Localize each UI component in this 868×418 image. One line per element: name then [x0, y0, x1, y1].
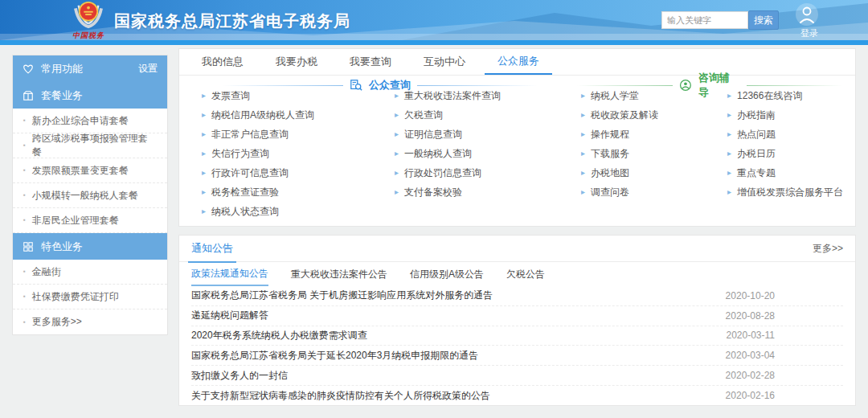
notice-tab-policy[interactable]: 政策法规通知公告 — [191, 262, 268, 286]
arrow-right-icon: ▸ — [581, 150, 585, 158]
consult-link[interactable]: ▸下载服务 — [581, 144, 719, 163]
public-query-link[interactable]: ▸支付备案校验 — [395, 182, 571, 202]
public-query-link[interactable]: ▸税务检查证查验 — [202, 182, 385, 202]
notice-row: 致扣缴义务人的一封信2020-02-28 — [191, 366, 843, 386]
sidebar-header-common[interactable]: 常用功能 设置 — [13, 55, 167, 82]
public-query-link[interactable]: ▸一般纳税人查询 — [395, 144, 571, 163]
tab-public-service[interactable]: 公众服务 — [485, 49, 552, 75]
notice-row: 国家税务总局江苏省税务局 关于机房搬迁影响应用系统对外服务的通告2020-10-… — [191, 286, 843, 306]
arrow-right-icon: ▸ — [581, 188, 585, 196]
notice-item-title[interactable]: 2020年税务系统纳税人办税缴费需求调查 — [191, 329, 719, 342]
link-label: 12366在线咨询 — [737, 89, 802, 103]
consult-link[interactable]: ▸税收政策及解读 — [581, 105, 719, 125]
consult-link[interactable]: ▸纳税人学堂 — [581, 86, 719, 105]
site-title: 国家税务总局江苏省电子税务局 — [114, 10, 350, 32]
public-query-link[interactable]: ▸纳税人状态查询 — [202, 202, 385, 221]
consult-link[interactable]: ▸操作规程 — [581, 125, 719, 144]
sidebar-header-label: 常用功能 — [41, 62, 83, 76]
tab-interaction-center[interactable]: 互动中心 — [411, 49, 478, 75]
consult-link[interactable]: ▸12366在线咨询 — [727, 86, 854, 105]
consult-link[interactable]: ▸办税指南 — [727, 105, 854, 125]
arrow-right-icon: ▸ — [395, 169, 399, 177]
link-label: 重点专题 — [737, 166, 776, 180]
sidebar-item[interactable]: ▪社保费缴费凭证打印 — [13, 285, 167, 309]
sidebar-item[interactable]: ▪非居民企业管理套餐 — [13, 208, 167, 233]
settings-link[interactable]: 设置 — [138, 62, 158, 76]
bullet-icon: ▪ — [23, 167, 26, 174]
arrow-right-icon: ▸ — [581, 130, 585, 138]
sidebar-item[interactable]: ▪发票限额票量变更套餐 — [13, 158, 167, 183]
link-label: 操作规程 — [591, 128, 629, 141]
user-icon[interactable] — [795, 2, 819, 27]
search-input[interactable] — [661, 11, 748, 29]
consult-link[interactable]: ▸调查问卷 — [581, 182, 719, 202]
link-label: 非正常户信息查询 — [211, 128, 289, 141]
link-label: 热点问题 — [737, 128, 776, 141]
public-query-link[interactable]: ▸欠税查询 — [395, 105, 571, 125]
notice-card: 通知公告 更多>> 政策法规通知公告 重大税收违法案件公告 信用级别A级公告 欠… — [178, 235, 856, 406]
public-query-link[interactable]: ▸行政处罚信息查询 — [395, 163, 571, 182]
sidebar-item[interactable]: ▪金融街 — [13, 260, 167, 285]
link-label: 税收政策及解读 — [591, 109, 658, 122]
public-query-link[interactable]: ▸非正常户信息查询 — [202, 125, 385, 144]
consult-column-1: ▸纳税人学堂 ▸税收政策及解读 ▸操作规程 ▸下载服务 ▸办税地图 ▸调查问卷 — [581, 86, 719, 202]
notice-item-title[interactable]: 关于支持新型冠状病毒感染的肺炎疫情防控有关个人所得税政策的公告 — [191, 389, 719, 403]
tax-emblem-logo: 中国税务 — [68, 1, 109, 41]
consult-link[interactable]: ▸重点专题 — [727, 163, 854, 182]
consult-link[interactable]: ▸办税日历 — [727, 144, 854, 163]
arrow-right-icon: ▸ — [395, 150, 399, 158]
public-query-link[interactable]: ▸发票查询 — [202, 86, 385, 105]
public-query-link[interactable]: ▸失信行为查询 — [202, 144, 385, 163]
public-query-link[interactable]: ▸重大税收违法案件查询 — [395, 86, 571, 105]
consult-link[interactable]: ▸增值税发票综合服务平台 — [727, 182, 854, 202]
sidebar-item[interactable]: ▪更多服务>> — [13, 309, 167, 334]
notice-tab-tax-arrears[interactable]: 欠税公告 — [506, 262, 545, 286]
arrow-right-icon: ▸ — [727, 188, 731, 196]
arrow-right-icon: ▸ — [202, 169, 206, 177]
link-label: 一般纳税人查询 — [404, 147, 472, 161]
sidebar-header-label: 套餐业务 — [41, 88, 83, 103]
link-label: 税务检查证查验 — [211, 186, 279, 199]
heart-icon — [23, 64, 34, 75]
public-query-link[interactable]: ▸行政许可信息查询 — [202, 163, 385, 182]
arrow-right-icon: ▸ — [727, 169, 731, 177]
notice-tab-credit-a[interactable]: 信用级别A级公告 — [410, 262, 484, 286]
notice-item-title[interactable]: 致扣缴义务人的一封信 — [191, 369, 719, 383]
consult-link[interactable]: ▸热点问题 — [727, 125, 854, 144]
header: 中国税务 国家税务总局江苏省电子税务局 搜索 登录 — [0, 0, 868, 40]
arrow-right-icon: ▸ — [581, 169, 585, 177]
arrow-right-icon: ▸ — [581, 111, 585, 119]
sidebar-item-label: 更多服务>> — [32, 315, 82, 329]
notice-title[interactable]: 通知公告 — [191, 241, 233, 256]
notice-item-date: 2020-03-04 — [719, 350, 775, 361]
tab-query[interactable]: 我要查询 — [337, 49, 404, 75]
tab-do-tax[interactable]: 我要办税 — [263, 49, 330, 75]
sidebar-item[interactable]: ▪新办企业综合申请套餐 — [13, 109, 167, 133]
consult-link[interactable]: ▸办税地图 — [581, 163, 719, 182]
sidebar-item[interactable]: ▪跨区域涉税事项报验管理套餐 — [13, 133, 167, 158]
search-button[interactable]: 搜索 — [748, 10, 779, 30]
arrow-right-icon: ▸ — [581, 92, 585, 100]
public-query-link[interactable]: ▸纳税信用A级纳税人查询 — [202, 105, 385, 125]
sidebar-header-package[interactable]: 套餐业务 — [13, 82, 167, 109]
login-link[interactable]: 登录 — [800, 27, 818, 39]
sidebar-header-special[interactable]: 特色业务 — [13, 233, 167, 260]
tab-my-info[interactable]: 我的信息 — [189, 49, 256, 75]
notice-row: 国家税务总局江苏省税务局关于延长2020年3月纳税申报期限的通告2020-03-… — [191, 346, 843, 366]
arrow-right-icon: ▸ — [727, 130, 731, 138]
notice-tab-violation-cases[interactable]: 重大税收违法案件公告 — [291, 262, 387, 286]
notice-item-title[interactable]: 递延纳税问题解答 — [191, 309, 719, 322]
arrow-right-icon: ▸ — [727, 150, 731, 158]
bullet-icon: ▪ — [23, 319, 26, 326]
arrow-right-icon: ▸ — [202, 130, 206, 138]
public-query-link[interactable]: ▸证明信息查询 — [395, 125, 571, 144]
more-link[interactable]: 更多>> — [813, 242, 843, 256]
main-tabs: 我的信息 我要办税 我要查询 互动中心 公众服务 — [179, 49, 855, 76]
sidebar-header-label: 特色业务 — [41, 240, 83, 254]
link-label: 办税日历 — [737, 147, 776, 161]
notice-item-title[interactable]: 国家税务总局江苏省税务局关于延长2020年3月纳税申报期限的通告 — [191, 349, 719, 363]
sidebar-item[interactable]: ▪小规模转一般纳税人套餐 — [13, 183, 167, 208]
link-label: 证明信息查询 — [404, 128, 462, 141]
link-label: 调查问卷 — [591, 186, 629, 199]
notice-item-title[interactable]: 国家税务总局江苏省税务局 关于机房搬迁影响应用系统对外服务的通告 — [191, 289, 719, 302]
